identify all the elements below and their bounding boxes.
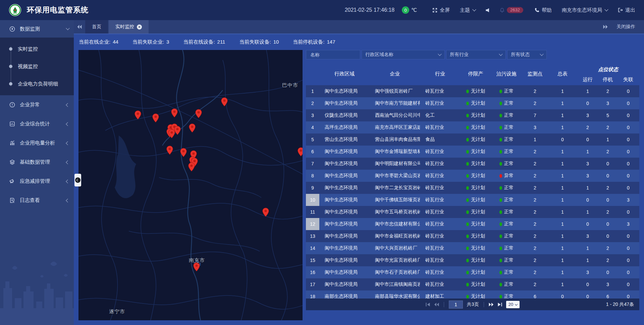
table-row[interactable]: 15阆中生态环境局阆中市光富页岩机砖厂砖瓦行业无计划正常21120	[306, 254, 639, 266]
speaker-icon	[486, 8, 490, 12]
cell-row-number: 17	[306, 278, 319, 290]
table-row[interactable]: 16阆中生态环境局阆中市石子页岩机砖厂砖瓦行业无计划正常21300	[306, 266, 639, 278]
page-number-input[interactable]: 1	[449, 301, 463, 309]
tab-home[interactable]: 首页	[85, 20, 108, 34]
double-chevron-right-icon[interactable]	[603, 25, 608, 29]
logout-button[interactable]: 退出	[618, 7, 635, 13]
chevron-left-icon	[66, 122, 69, 126]
cell-lost: 0	[617, 101, 639, 106]
status-dot-green	[499, 198, 502, 202]
status-dot-green	[466, 186, 469, 190]
sidebar-item-realtime-monitoring[interactable]: 实时监控	[0, 40, 74, 58]
cell-industry: 砖瓦行业	[420, 88, 460, 94]
org-menu[interactable]: 南充市生态环境局	[562, 7, 608, 13]
map-panel[interactable]: 巴中市南充市遂宁市	[78, 50, 303, 320]
sidebar-item-label: 数据监测	[20, 26, 66, 32]
tabs-scroll-left-button[interactable]	[74, 20, 85, 34]
bell-icon	[500, 8, 504, 13]
table-row[interactable]: 9阆中生态环境局阆中市二龙长宝页岩砖砖瓦行业无计划正常21120	[306, 182, 639, 194]
column-header-limit: 停限产	[460, 71, 491, 77]
sidebar-item-log-view[interactable]: 日志查看	[0, 191, 74, 210]
region-filter-select[interactable]: 行政区域名称	[362, 50, 445, 59]
cell-lost: 0	[617, 113, 639, 118]
alert-icon	[9, 102, 15, 108]
first-page-button[interactable]	[426, 303, 430, 307]
status-filter-select[interactable]: 所有状态	[507, 50, 547, 59]
sidebar-item-power-load-detail[interactable]: 企业电力负荷明细	[0, 75, 74, 93]
cell-running: 0	[577, 282, 598, 287]
theme-button[interactable]: 主题	[460, 7, 476, 13]
cell-limit-label: 无计划	[471, 245, 485, 251]
table-row[interactable]: 5营山生态环境局营山县润丰肉食品有限食品无计划正常10010	[306, 133, 639, 146]
table-row[interactable]: 1阆中生态环境局阆中强锐页岩砖厂砖瓦行业无计划正常21120	[306, 85, 639, 97]
table-row[interactable]: 2阆中生态环境局阆中市南方节能建材有砖瓦行业无计划正常21030	[306, 97, 639, 109]
cell-points: 2	[522, 185, 548, 191]
cell-company: 阆中市南方节能建材有	[370, 100, 420, 106]
stat-offline-devices: 当前失联设备:10	[239, 39, 279, 45]
table-row[interactable]: 7阆中生态环境局阆中明阳建材有限公司砖瓦行业无计划正常21300	[306, 158, 639, 170]
cell-facility-label: 正常	[504, 209, 514, 215]
table-row[interactable]: 18南部生态环境局南部县瑞华水泥有限公建材加工无计划正常60060	[306, 290, 639, 299]
table-row[interactable]: 11阆中生态环境局阆中市五马桥页岩机砖砖瓦行业无计划正常21120	[306, 206, 639, 218]
app-logo-icon	[9, 4, 21, 16]
table-row[interactable]: 4高坪生态环境局南充市高坪区王家店建砖瓦行业无计划正常31220	[306, 121, 639, 133]
cell-industry: 建材加工	[420, 293, 460, 299]
cell-facility-label: 正常	[504, 257, 514, 263]
table-row[interactable]: 17阆中生态环境局阆中市江南镇阆南页岩砖瓦行业无计划正常21030	[306, 278, 639, 290]
cell-row-number: 16	[306, 266, 319, 278]
tab-close-icon[interactable]: ×	[137, 24, 142, 30]
cell-region: 阆中生态环境局	[319, 173, 370, 179]
sidebar-item-enterprise-statistics[interactable]: 企业综合统计	[0, 114, 74, 133]
table-row[interactable]: 14阆中生态环境局阆中大兴页岩机砖厂砖瓦行业无计划正常21120	[306, 242, 639, 254]
cell-stopped: 2	[598, 125, 617, 130]
sidebar-item-data-monitoring[interactable]: 数据监测	[0, 20, 74, 38]
chevron-down-icon	[540, 52, 543, 56]
next-page-button[interactable]	[489, 303, 494, 307]
total-pages-label: 共3页	[467, 302, 479, 308]
sidebar-item-video-monitoring[interactable]: 视频监控	[0, 58, 74, 75]
cell-region: 高坪生态环境局	[319, 124, 370, 130]
phone-icon	[535, 8, 539, 12]
stats-bar: 当前在线企业:44 当前失联企业:3 当前在线设备:211 当前失联设备:10 …	[74, 34, 644, 50]
header: 环保用电监管系统 2021-02-25 17:46:18 0 ℃ 全屏 主题	[0, 0, 644, 20]
close-operations-button[interactable]: 关闭操作	[616, 24, 635, 30]
cell-lost: 0	[617, 173, 639, 178]
help-button[interactable]: 帮助	[535, 7, 552, 13]
table-row[interactable]: 6阆中生态环境局阆中市金博瑞新型墙材砖瓦行业无计划正常21120	[306, 146, 639, 158]
page-size-select[interactable]: 20	[506, 301, 520, 308]
sidebar-item-emergency-reduction[interactable]: 应急减排管理	[0, 172, 74, 191]
tab-realtime-monitoring[interactable]: 实时监控 ×	[109, 20, 149, 34]
monitor-icon	[9, 26, 15, 32]
table-row[interactable]: 3仪陇生态环境局西南油气田分公司川中化工无计划正常71350	[306, 109, 639, 121]
previous-page-button[interactable]	[434, 303, 439, 307]
cell-industry: 砖瓦行业	[420, 100, 460, 106]
cell-facility-label: 正常	[504, 112, 514, 118]
table-row[interactable]: 12阆中生态环境局阆中市忠信建材有限公砖瓦行业无计划正常21003	[306, 218, 639, 230]
table-row[interactable]: 8阆中生态环境局阆中市枣碧大梁山页岩砖瓦行业无计划异常21300	[306, 170, 639, 182]
sound-button[interactable]	[486, 8, 490, 12]
cell-lost: 0	[617, 233, 639, 239]
notification-button[interactable]: 2632	[500, 7, 523, 13]
cell-points: 2	[522, 282, 548, 287]
status-dot-green	[466, 247, 469, 250]
sidebar-collapse-handle[interactable]	[74, 174, 81, 186]
fullscreen-button[interactable]: 全屏	[432, 7, 450, 13]
status-dot-green	[466, 102, 469, 105]
name-filter[interactable]	[306, 50, 360, 59]
cell-running: 0	[577, 294, 598, 299]
column-header-industry: 行业	[420, 71, 460, 77]
cell-points: 2	[522, 101, 548, 106]
last-page-button[interactable]	[498, 303, 502, 307]
name-filter-input[interactable]	[310, 52, 357, 58]
cell-running: 2	[577, 125, 598, 130]
table-row[interactable]: 10阆中生态环境局阆中千佛镇五郎垭页岩砖瓦行业无计划正常21003	[306, 194, 639, 206]
divider	[484, 302, 484, 307]
divider	[444, 302, 444, 307]
sidebar-item-basic-data[interactable]: 基础数据管理	[0, 153, 74, 172]
pagination-bar: 1 共3页 20 1 - 20 共47条	[306, 299, 639, 310]
industry-filter-select[interactable]: 所有行业	[446, 50, 506, 59]
sidebar-item-enterprise-abnormal[interactable]: 企业异常	[0, 95, 74, 114]
sidebar-item-power-analysis[interactable]: 企业用电量分析	[0, 133, 74, 153]
chevron-down-icon	[472, 7, 476, 11]
table-row[interactable]: 13阆中生态环境局阆中市金福旺页岩机砖砖瓦行业无计划正常21300	[306, 230, 639, 242]
